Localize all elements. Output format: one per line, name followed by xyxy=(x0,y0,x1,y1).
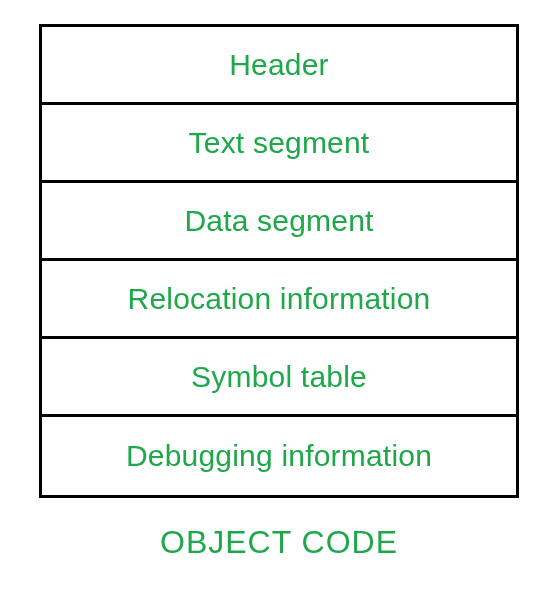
row-label: Relocation information xyxy=(128,282,431,316)
row-label: Header xyxy=(229,48,329,82)
row-label: Text segment xyxy=(189,126,370,160)
table-row: Text segment xyxy=(42,105,516,183)
row-label: Symbol table xyxy=(191,360,367,394)
table-row: Symbol table xyxy=(42,339,516,417)
table-row: Header xyxy=(42,27,516,105)
row-label: Data segment xyxy=(184,204,373,238)
table-row: Debugging information xyxy=(42,417,516,495)
object-code-table: Header Text segment Data segment Relocat… xyxy=(39,24,519,498)
table-row: Data segment xyxy=(42,183,516,261)
table-row: Relocation information xyxy=(42,261,516,339)
diagram-caption: OBJECT CODE xyxy=(160,524,398,561)
row-label: Debugging information xyxy=(126,439,432,473)
